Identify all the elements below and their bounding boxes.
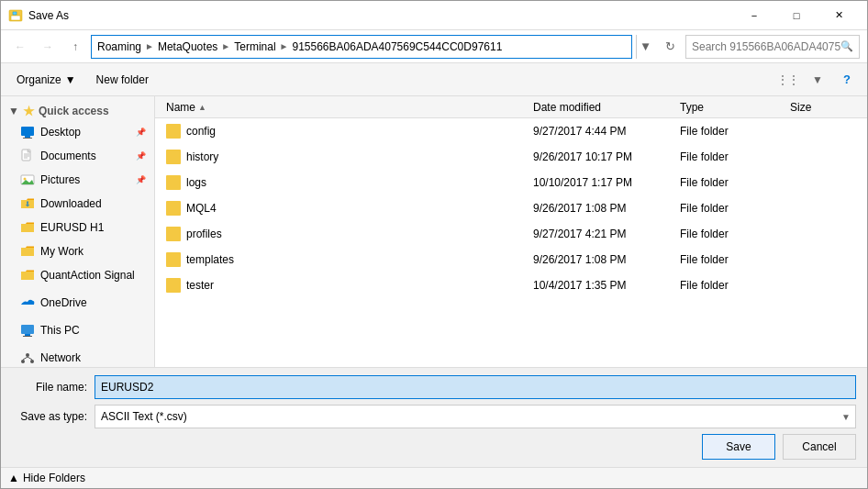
back-button[interactable]: ← <box>8 35 32 59</box>
documents-icon <box>20 149 35 163</box>
col-header-type[interactable]: Type <box>676 101 786 114</box>
downloaded-folder-icon: ⇩ <box>20 196 35 211</box>
hide-folders-row: ▲ Hide Folders <box>1 467 867 488</box>
svg-point-18 <box>26 353 29 357</box>
refresh-button[interactable]: ↻ <box>658 35 682 59</box>
file-type-tester: File folder <box>676 279 786 292</box>
search-icon: 🔍 <box>840 40 853 52</box>
desktop-icon <box>20 125 35 139</box>
sidebar-item-network[interactable]: Network <box>1 346 154 367</box>
file-name-logs: logs <box>162 175 529 190</box>
new-folder-button[interactable]: New folder <box>88 67 157 93</box>
sidebar-item-my-work[interactable]: My Work <box>1 239 154 263</box>
file-name-tester: tester <box>162 278 529 293</box>
sidebar-item-documents[interactable]: Documents 📌 <box>1 144 154 168</box>
col-header-size[interactable]: Size <box>786 101 860 114</box>
address-path[interactable]: Roaming ► MetaQuotes ► Terminal ► 915566… <box>91 35 632 59</box>
maximize-button[interactable]: □ <box>775 1 818 30</box>
title-icon <box>8 8 23 23</box>
documents-pin-icon: 📌 <box>136 151 146 161</box>
onedrive-section: OneDrive <box>1 291 154 315</box>
quick-access-label: Quick access <box>39 105 109 117</box>
main-content: ▼ ★ Quick access Desktop 📌 <box>1 96 867 367</box>
file-type-logs: File folder <box>676 176 786 189</box>
eurusd-label: EURUSD H1 <box>40 221 104 234</box>
table-row[interactable]: logs 10/10/2017 1:17 PM File folder <box>155 170 867 195</box>
search-box: 🔍 <box>685 35 860 59</box>
path-sep-2: ► <box>221 41 230 51</box>
svg-rect-1 <box>11 16 20 20</box>
svg-rect-2 <box>13 12 17 15</box>
savetype-row: Save as type: ASCII Text (*.csv) CSV (*.… <box>12 405 856 428</box>
file-type-mql4: File folder <box>676 202 786 215</box>
quick-access-star-icon: ★ <box>23 104 35 118</box>
search-input[interactable] <box>692 40 840 53</box>
quick-access-chevron-icon: ▼ <box>8 105 19 117</box>
forward-button[interactable]: → <box>36 35 60 59</box>
col-date-label: Date modified <box>533 101 601 114</box>
file-name-profiles: profiles <box>162 227 529 241</box>
view-dropdown-button[interactable]: ▼ <box>805 67 830 93</box>
onedrive-label: OneDrive <box>40 296 87 309</box>
folder-icon <box>166 252 181 267</box>
sidebar-item-downloaded[interactable]: ⇩ Downloaded <box>1 192 154 216</box>
col-size-label: Size <box>790 101 811 114</box>
table-row[interactable]: config 9/27/2017 4:44 PM File folder <box>155 118 867 144</box>
path-dropdown-button[interactable]: ▼ <box>636 35 654 59</box>
help-button[interactable]: ? <box>834 67 860 93</box>
col-header-name[interactable]: Name ▲ <box>162 101 529 114</box>
this-pc-label: This PC <box>40 324 80 337</box>
path-part-3: Terminal <box>234 40 275 53</box>
pictures-pin-icon: 📌 <box>136 175 146 184</box>
sidebar-item-this-pc[interactable]: This PC <box>1 318 154 342</box>
my-work-label: My Work <box>40 245 83 258</box>
hide-folders-chevron-icon: ▲ <box>8 472 19 484</box>
toolbar-right: ⋮⋮ ▼ ? <box>775 67 860 93</box>
quick-access-section: ▼ ★ Quick access Desktop 📌 <box>1 100 154 287</box>
table-row[interactable]: templates 9/26/2017 1:08 PM File folder <box>155 247 867 272</box>
pictures-icon <box>20 172 35 187</box>
window-title: Save As <box>28 9 733 22</box>
svg-rect-4 <box>25 136 30 138</box>
file-name-history: history <box>162 150 529 164</box>
folder-icon <box>166 227 181 241</box>
up-button[interactable]: ↑ <box>63 35 87 59</box>
sidebar-item-quantaction[interactable]: QuantAction Signal <box>1 263 154 287</box>
file-date-history: 9/26/2017 10:17 PM <box>529 150 676 163</box>
svg-point-20 <box>30 360 34 363</box>
quick-access-header[interactable]: ▼ ★ Quick access <box>1 100 154 120</box>
quantaction-label: QuantAction Signal <box>40 269 135 282</box>
organize-button[interactable]: Organize ▼ <box>8 67 84 93</box>
sidebar-item-pictures[interactable]: Pictures 📌 <box>1 168 154 192</box>
sidebar-item-desktop[interactable]: Desktop 📌 <box>1 120 154 144</box>
svg-rect-16 <box>25 334 30 336</box>
this-pc-section: This PC <box>1 318 154 342</box>
sidebar-item-eurusd-h1[interactable]: EURUSD H1 <box>1 216 154 239</box>
filename-input[interactable] <box>95 375 856 399</box>
file-type-history: File folder <box>676 150 786 163</box>
table-row[interactable]: MQL4 9/26/2017 1:08 PM File folder <box>155 195 867 221</box>
close-button[interactable]: ✕ <box>818 1 860 30</box>
view-button[interactable]: ⋮⋮ <box>775 67 801 93</box>
hide-folders-button[interactable]: ▲ Hide Folders <box>8 472 85 484</box>
savetype-select[interactable]: ASCII Text (*.csv) CSV (*.csv) All files… <box>95 405 856 428</box>
column-headers: Name ▲ Date modified Type Size <box>155 96 867 118</box>
desktop-label: Desktop <box>40 126 81 139</box>
save-button[interactable]: Save <box>702 434 775 460</box>
cancel-button[interactable]: Cancel <box>783 434 856 460</box>
downloaded-label: Downloaded <box>40 197 102 210</box>
table-row[interactable]: tester 10/4/2017 1:35 PM File folder <box>155 272 867 298</box>
svg-line-22 <box>28 357 32 360</box>
svg-rect-17 <box>23 336 32 337</box>
filename-row: File name: <box>12 375 856 399</box>
table-row[interactable]: profiles 9/27/2017 4:21 PM File folder <box>155 221 867 247</box>
minimize-button[interactable]: − <box>733 1 775 30</box>
table-row[interactable]: history 9/26/2017 10:17 PM File folder <box>155 144 867 170</box>
folder-icon <box>166 150 181 164</box>
col-header-date[interactable]: Date modified <box>529 101 676 114</box>
file-date-mql4: 9/26/2017 1:08 PM <box>529 202 676 215</box>
file-list: config 9/27/2017 4:44 PM File folder his… <box>155 118 867 367</box>
col-name-label: Name <box>166 101 195 114</box>
folder-icon <box>166 175 181 190</box>
sidebar-item-onedrive[interactable]: OneDrive <box>1 291 154 315</box>
